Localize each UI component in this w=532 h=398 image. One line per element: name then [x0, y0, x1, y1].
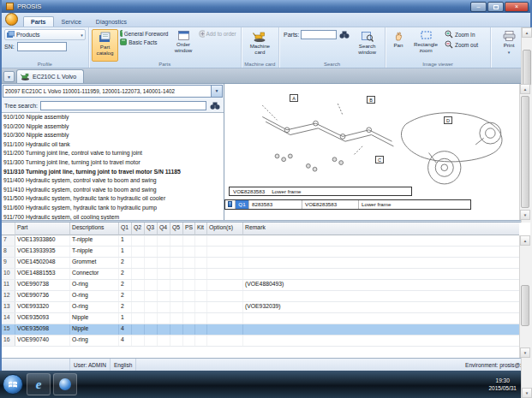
column-header[interactable]: Descriptions [70, 223, 119, 235]
tree-search-button[interactable] [209, 102, 221, 110]
parts-search-input[interactable] [301, 30, 337, 39]
callout-b[interactable]: B [367, 96, 375, 104]
scroll-up-icon[interactable]: ▲ [522, 27, 532, 38]
column-header[interactable]: Option(s) [207, 223, 243, 235]
table-row[interactable]: 9VOE14502048Grommet2 [2, 258, 519, 269]
tree-item[interactable]: 910/100 Nipple assembly [2, 113, 212, 122]
minimize-button[interactable]: – [470, 2, 487, 12]
basic-facts-button[interactable]: Basic Facts [120, 39, 168, 45]
pan-button[interactable]: Pan [388, 29, 409, 62]
scroll-down-icon[interactable]: ▼ [522, 388, 532, 398]
column-header[interactable] [2, 223, 15, 235]
tree-search-input[interactable] [40, 101, 206, 110]
column-header[interactable]: Q3 [145, 223, 158, 235]
image-scrollbar[interactable]: ▲ ▼ [519, 84, 530, 220]
zoom-out-button[interactable]: Zoom out [445, 40, 486, 49]
table-cell: VOE993320 [15, 302, 70, 312]
table-row[interactable]: 10VOE14881553Connector2 [2, 269, 519, 280]
scroll-down-icon[interactable]: ▼ [520, 348, 530, 358]
scrollbar-thumb[interactable] [521, 285, 529, 326]
table-row[interactable]: 14VOE935093Nipple1 [2, 313, 519, 324]
scrollbar-thumb[interactable] [521, 96, 529, 208]
table-cell [158, 269, 170, 279]
sn-input[interactable] [17, 42, 67, 51]
tree-item[interactable]: 911/410 Hydraulic system, control valve … [2, 186, 212, 195]
tree-item[interactable]: 910/300 Nipple assembly [2, 131, 212, 140]
tab-list-dropdown[interactable]: ▼ [3, 71, 15, 82]
tree-item[interactable]: 911/700 Hydraulic system, oil cooling sy… [2, 213, 212, 220]
scroll-up-icon[interactable]: ▲ [520, 235, 530, 246]
column-header[interactable]: PS [183, 223, 195, 235]
parts-table: PartDescriptionsQ1Q2Q3Q4Q5PSKitOption(s)… [2, 223, 530, 359]
zoom-in-button[interactable]: Zoom In [445, 30, 486, 39]
print-button[interactable]: Print [493, 29, 524, 67]
taskbar-clock[interactable]: 19:30 2015/05/31 [488, 377, 517, 392]
tree-item[interactable]: 911/200 Turning joint line, control valv… [2, 149, 212, 158]
tab-diagnostics[interactable]: Diagnostics [89, 17, 134, 27]
tree-item[interactable]: 911/300 Turning joint line, turning join… [2, 158, 212, 168]
scrollbar-thumb[interactable] [523, 50, 531, 86]
tree-item[interactable]: 911/100 Hydraulic oil tank [2, 140, 212, 150]
general-foreword-button[interactable]: General Foreword [120, 30, 168, 37]
column-header[interactable]: Q2 [132, 223, 145, 235]
callout-a[interactable]: A [290, 94, 298, 102]
model-selector-value: 20097 EC210C L Volvo 110001-111959, 1200… [3, 88, 211, 94]
tab-parts[interactable]: Parts [23, 16, 54, 27]
table-row[interactable]: 16VOE990740O-ring4 [2, 336, 519, 347]
table-row[interactable]: 15VOE935098Nipple4 [2, 324, 519, 336]
tree-item[interactable]: 911/600 Hydraulic system, hydraulic tank… [2, 204, 212, 213]
column-header[interactable]: Q4 [158, 223, 170, 235]
tree-item[interactable]: 910/200 Nipple assembly [2, 122, 212, 132]
scroll-up-icon[interactable]: ▲ [520, 84, 530, 94]
chevron-down-icon[interactable]: ▼ [211, 86, 222, 97]
title-bar[interactable]: PROSIS – × [2, 0, 530, 13]
model-selector[interactable]: 20097 EC210C L Volvo 110001-111959, 1200… [3, 85, 223, 98]
start-button[interactable] [3, 374, 23, 395]
products-dropdown[interactable]: Products [4, 29, 86, 40]
tree-item[interactable]: 911/500 Hydraulic system, hydraulic tank… [2, 194, 212, 204]
table-cell [132, 247, 145, 257]
tree-item[interactable]: 911/400 Hydraulic system, control valve … [2, 176, 212, 186]
search-window-button[interactable]: Search window [352, 29, 382, 62]
table-cell [170, 235, 183, 246]
column-header[interactable]: Remark [243, 223, 519, 235]
ribbon-group-parts: Part catalog General Foreword Basic Fact… [89, 27, 242, 68]
tree-item[interactable]: 911/310 Turning joint line, turning join… [2, 168, 212, 177]
callout-c[interactable]: C [375, 156, 384, 163]
column-header[interactable]: Q5 [170, 223, 183, 235]
table-row[interactable]: 8VOE13933935T-nipple1 [2, 247, 519, 258]
taskbar-app-icon[interactable] [53, 373, 77, 395]
taskbar-internet-explorer-icon[interactable]: e [27, 373, 51, 395]
tab-service[interactable]: Service [55, 17, 88, 27]
table-row[interactable]: 7VOE13933860T-nipple1 [2, 235, 519, 247]
system-tray[interactable]: 19:30 2015/05/31 [483, 377, 525, 392]
table-cell: T-nipple [70, 247, 119, 257]
table-cell [195, 235, 207, 246]
find-parts-button[interactable] [338, 31, 350, 39]
selected-part-strip[interactable]: Q1 8283583 VOE8283583 Lower frame [224, 199, 471, 210]
column-header[interactable]: Q1 [119, 223, 132, 235]
machine-card-button[interactable]: Machine card [244, 29, 275, 62]
add-to-order-button[interactable]: Add to order [199, 30, 236, 38]
table-scrollbar[interactable]: ▲ ▼ [519, 235, 530, 359]
part-catalog-button[interactable]: Part catalog [92, 29, 119, 62]
scroll-down-icon[interactable]: ▼ [520, 210, 530, 220]
table-cell: 1 [119, 313, 132, 324]
column-header[interactable]: Part [15, 223, 70, 235]
machine-card-label: Machine card [245, 43, 274, 55]
pan-label: Pan [393, 42, 403, 48]
callout-d[interactable]: D [444, 116, 452, 124]
doc-tab-ec210c[interactable]: EC210C L Volvo [16, 69, 84, 83]
table-row[interactable]: 12VOE990736O-ring2 [2, 291, 519, 302]
maximize-button[interactable] [487, 2, 504, 12]
table-row[interactable]: 13VOE993320O-ring2(VOE932039) [2, 302, 519, 313]
general-foreword-label: General Foreword [124, 31, 169, 37]
application-menu-button[interactable] [5, 13, 18, 26]
binoculars-icon [210, 102, 220, 110]
column-header[interactable]: Kit [195, 223, 207, 235]
products-icon [7, 31, 15, 39]
close-button[interactable]: × [505, 2, 529, 12]
rectangle-zoom-button[interactable]: Rectangle zoom [409, 29, 443, 62]
table-row[interactable]: 11VOE990738O-ring2(VOE4880493) [2, 280, 519, 291]
order-window-button[interactable]: Order window [170, 29, 196, 62]
